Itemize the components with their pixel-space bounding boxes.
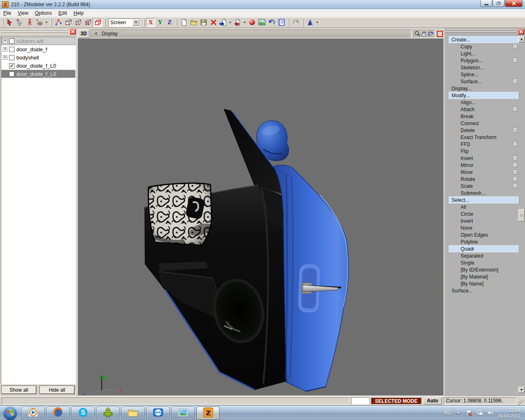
taskbar-item-qip[interactable]	[96, 406, 119, 420]
command-item[interactable]: Move	[449, 169, 518, 176]
command-item[interactable]: Delete	[449, 127, 518, 134]
minimize-button[interactable]	[480, 0, 492, 7]
taskbar-item-teamviewer[interactable]	[146, 406, 169, 420]
faces-mode-cube-icon[interactable]	[73, 18, 83, 27]
close-panel-button[interactable]	[518, 29, 524, 34]
scrollbar-thumb[interactable]	[518, 209, 525, 221]
tree-item[interactable]: ✓door_dside_f_L0	[1, 62, 75, 70]
command-item[interactable]: Insert	[449, 155, 518, 162]
save-icon[interactable]	[199, 18, 208, 27]
dropdown-arrow-icon[interactable]: ▾	[44, 21, 49, 24]
environment-icon[interactable]	[257, 18, 267, 27]
command-item[interactable]: Copy	[449, 43, 518, 50]
select-figure-icon[interactable]	[25, 18, 34, 27]
dropdown-arrow-icon[interactable]: ▾	[315, 21, 320, 24]
command-checkbox[interactable]	[513, 128, 518, 132]
close-panel-button[interactable]	[70, 29, 76, 34]
checkbox[interactable]	[9, 71, 14, 77]
taskbar-item-skype[interactable]: S	[71, 406, 94, 420]
network-icon[interactable]	[477, 410, 483, 416]
command-item[interactable]: Surface...	[449, 78, 518, 85]
polygons-mode-cube-icon[interactable]	[83, 18, 93, 27]
chevron-down-icon[interactable]: ▼	[132, 19, 139, 26]
command-item[interactable]: Separated	[449, 252, 518, 259]
command-item[interactable]: Polyline	[449, 238, 518, 245]
import-icon[interactable]	[218, 18, 228, 27]
command-item[interactable]: Quadr	[449, 245, 518, 252]
command-checkbox[interactable]	[513, 176, 518, 181]
taskbar-item-windows-media-player[interactable]	[21, 406, 44, 420]
command-item[interactable]: Circle	[449, 210, 518, 217]
menu-options[interactable]: Options	[32, 9, 55, 17]
vertices-mode-icon[interactable]	[53, 18, 63, 27]
axis-z-button[interactable]: Z	[165, 18, 174, 27]
back-arrow[interactable]: <	[91, 31, 102, 37]
objects-mode-cube-icon[interactable]	[93, 18, 103, 27]
menu-help[interactable]: Help	[70, 9, 87, 17]
language-indicator[interactable]: RU	[444, 410, 451, 416]
command-item[interactable]: Rotate	[449, 176, 518, 183]
new-file-icon[interactable]	[179, 18, 189, 27]
expand-icon[interactable]: +	[3, 39, 7, 43]
axis-y-button[interactable]: Y	[155, 18, 165, 27]
hide-all-button[interactable]: Hide all	[39, 386, 75, 394]
restore-button[interactable]	[493, 0, 504, 7]
auto-button[interactable]: Auto	[423, 397, 442, 404]
command-item[interactable]: Flip	[449, 148, 518, 155]
toolbar-grip[interactable]	[50, 19, 52, 26]
tree-item[interactable]: door_dside_f_L0	[1, 70, 75, 78]
panel-drag-grip[interactable]	[1, 29, 68, 33]
tray-expand-icon[interactable]	[455, 410, 462, 416]
dropdown-arrow-icon[interactable]: ▾	[242, 21, 247, 24]
views-cone-icon[interactable]	[305, 18, 315, 27]
command-item[interactable]: Single	[449, 259, 518, 266]
command-item[interactable]: Submesh...	[449, 189, 518, 196]
export-icon[interactable]	[233, 18, 242, 27]
zoom-icon[interactable]	[414, 30, 421, 37]
material-editor-icon[interactable]	[247, 18, 257, 27]
command-item[interactable]: None	[449, 224, 518, 231]
axis-x-button[interactable]: X	[146, 18, 155, 27]
command-checkbox[interactable]	[513, 58, 518, 63]
command-checkbox[interactable]	[513, 107, 518, 112]
start-button[interactable]	[3, 406, 17, 420]
show-all-button[interactable]: Show all	[1, 386, 37, 394]
command-item[interactable]: Polygon...	[449, 57, 518, 64]
command-item[interactable]: FFD	[449, 141, 518, 148]
command-item[interactable]: Light...	[449, 50, 518, 57]
command-item[interactable]: [By Name]	[449, 280, 518, 287]
open-file-icon[interactable]	[189, 18, 199, 27]
checkbox[interactable]: ✓	[9, 63, 14, 68]
checkbox[interactable]	[9, 39, 14, 44]
maximize-view-icon[interactable]	[437, 31, 443, 37]
command-checkbox[interactable]	[513, 183, 518, 188]
close-button[interactable]	[505, 0, 523, 7]
screen-dropdown[interactable]: Screen ▼	[108, 18, 140, 27]
tree-item[interactable]: +bodyshell	[1, 53, 75, 62]
command-header[interactable]: Surface...	[449, 287, 518, 294]
scroll-down-icon[interactable]: ▼	[518, 387, 525, 393]
edges-mode-cube-icon[interactable]	[63, 18, 73, 27]
menu-file[interactable]: File	[0, 9, 14, 17]
command-item[interactable]: Connect	[449, 120, 518, 127]
viewport-mode-button[interactable]: 3D	[78, 30, 89, 38]
command-item[interactable]: Mirror	[449, 162, 518, 169]
checkbox[interactable]	[9, 47, 14, 52]
command-checkbox[interactable]	[513, 162, 518, 167]
expand-icon[interactable]: +	[3, 55, 7, 60]
toolbar-grip[interactable]	[288, 19, 289, 26]
command-header[interactable]: Display...	[449, 85, 518, 92]
toolbar-grip[interactable]	[2, 19, 3, 26]
toolbar-grip[interactable]	[143, 19, 144, 26]
expand-icon[interactable]: +	[3, 47, 7, 52]
command-item[interactable]: Open Edges	[449, 231, 518, 238]
scroll-up-icon[interactable]: ▲	[518, 36, 525, 42]
command-item[interactable]: Break	[449, 113, 518, 120]
select-lasso-icon[interactable]	[34, 18, 44, 27]
deselect-arrow-icon[interactable]	[15, 18, 25, 27]
taskbar-item-windows-explorer[interactable]	[121, 406, 144, 420]
tree-item[interactable]: +sultanrs.wft	[1, 37, 75, 45]
checkbox[interactable]	[9, 55, 14, 60]
toolbar-grip[interactable]	[104, 19, 105, 26]
command-header[interactable]: Select...	[449, 196, 518, 203]
